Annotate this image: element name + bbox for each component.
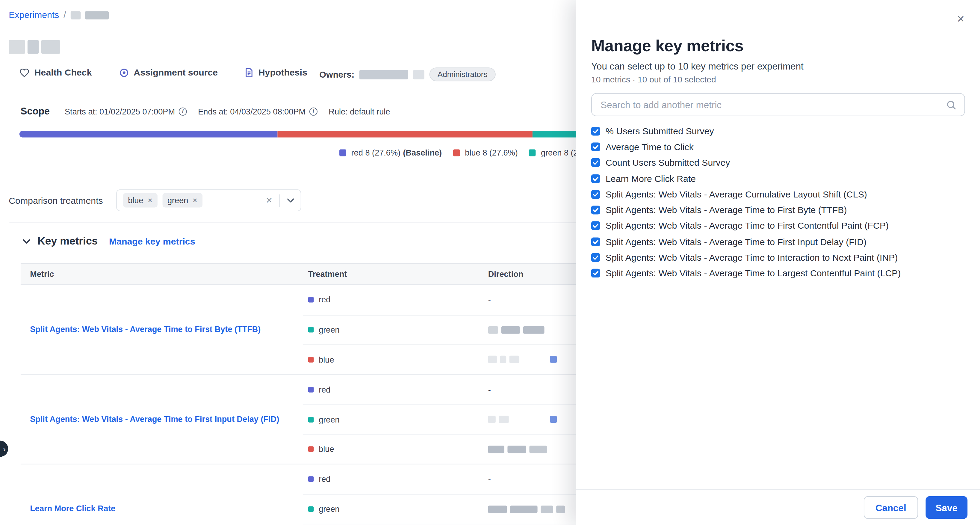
clear-selection-icon[interactable]: ×	[266, 195, 272, 206]
search-input[interactable]	[592, 94, 964, 116]
heart-icon	[19, 68, 29, 77]
scope-ends-text: Ends at: 04/03/2025 08:00PM	[198, 107, 305, 116]
redacted-owner-name	[413, 70, 425, 79]
tab-health-check[interactable]: Health Check	[19, 67, 92, 77]
tab-hypothesis[interactable]: Hypothesis	[245, 67, 307, 77]
metric-cell: Split Agents: Web Vitals - Average Time …	[21, 375, 303, 464]
checkbox-checked[interactable]	[591, 142, 600, 151]
metric-link[interactable]: Split Agents: Web Vitals - Average Time …	[30, 414, 279, 425]
treatment-cell: red	[303, 385, 483, 394]
close-icon[interactable]: ×	[957, 13, 964, 25]
metric-label: Split Agents: Web Vitals - Average Time …	[606, 205, 847, 215]
treatment-color-dot	[308, 357, 314, 362]
treatment-cell: green	[303, 504, 483, 514]
metric-label: % Users Submitted Survey	[606, 126, 714, 136]
treatment-cell: blue	[303, 355, 483, 364]
redacted-title-block	[27, 40, 39, 54]
redacted-direction-value	[488, 356, 497, 363]
tab-label: Health Check	[35, 67, 92, 77]
metric-label: Learn More Click Rate	[606, 174, 696, 184]
save-button[interactable]: Save	[926, 496, 967, 519]
manage-key-metrics-link[interactable]: Manage key metrics	[109, 236, 195, 246]
breadcrumb: Experiments /	[9, 10, 108, 20]
cancel-button[interactable]: Cancel	[864, 496, 918, 519]
column-header-metric: Metric	[21, 270, 303, 279]
administrators-chip: Administrators	[430, 67, 496, 81]
metric-label: Split Agents: Web Vitals - Average Time …	[606, 268, 901, 278]
checkbox-checked[interactable]	[591, 222, 600, 230]
metric-link[interactable]: Split Agents: Web Vitals - Average Time …	[30, 324, 261, 335]
scope-ends: Ends at: 04/03/2025 08:00PM i	[198, 107, 318, 116]
chip-label: green	[167, 196, 188, 205]
comparison-treatments-select[interactable]: blue × green × ×	[116, 189, 301, 211]
treatment-name: green	[319, 325, 339, 334]
breadcrumb-separator: /	[64, 10, 66, 20]
direction-value: -	[488, 295, 491, 305]
redacted-direction-value	[499, 416, 509, 423]
scope-row: Scope Starts at: 01/02/2025 07:00PM i En…	[21, 105, 390, 117]
checkbox-checked[interactable]	[591, 190, 600, 199]
metric-list-item: Split Agents: Web Vitals - Average Time …	[591, 218, 965, 234]
breadcrumb-experiments-link[interactable]: Experiments	[9, 10, 59, 20]
treatment-chip-blue: blue ×	[123, 193, 157, 207]
direction-marker	[550, 356, 557, 363]
checkbox-checked[interactable]	[591, 269, 600, 278]
redacted-page-title	[9, 40, 60, 54]
treatment-name: blue	[319, 355, 334, 364]
treatment-color-dot	[308, 297, 314, 303]
metric-label: Split Agents: Web Vitals - Average Time …	[606, 237, 867, 247]
collapse-chevron-icon[interactable]	[22, 239, 30, 244]
redacted-direction-value	[510, 506, 538, 513]
metric-link[interactable]: Learn More Click Rate	[30, 503, 115, 514]
checkbox-checked[interactable]	[591, 253, 600, 262]
owners-label: Owners:	[319, 70, 354, 80]
column-header-treatment: Treatment	[303, 270, 483, 279]
metric-checkbox-list: % Users Submitted Survey Average Time to…	[591, 123, 965, 281]
checkbox-checked[interactable]	[591, 206, 600, 214]
metric-list-item: Learn More Click Rate	[591, 171, 965, 187]
remove-chip-icon[interactable]: ×	[192, 196, 197, 204]
redacted-direction-value	[488, 326, 498, 334]
info-icon[interactable]: i	[179, 107, 187, 115]
treatment-name: red	[319, 295, 330, 305]
treatment-color-dot	[308, 447, 314, 452]
tab-assignment-source[interactable]: Assignment source	[119, 67, 218, 77]
remove-chip-icon[interactable]: ×	[148, 196, 153, 204]
treatment-cell: red	[303, 475, 483, 484]
treatment-cell: green	[303, 415, 483, 424]
redacted-owner-name	[360, 70, 408, 79]
redacted-direction-value	[488, 416, 496, 423]
metric-list-item: Split Agents: Web Vitals - Average Time …	[591, 265, 965, 281]
checkbox-checked[interactable]	[591, 127, 600, 136]
redacted-title-block	[41, 40, 60, 54]
checkbox-checked[interactable]	[591, 158, 600, 167]
drawer-subtitle: You can select up to 10 key metrics per …	[591, 61, 965, 71]
redacted-breadcrumb-item	[70, 11, 80, 19]
manage-key-metrics-drawer: × Manage key metrics You can select up t…	[576, 0, 980, 525]
scope-rule-text: Rule: default rule	[329, 107, 390, 116]
redacted-breadcrumb-item	[85, 11, 108, 19]
checkbox-checked[interactable]	[591, 237, 600, 246]
metric-label: Count Users Submitted Survey	[606, 158, 730, 168]
key-metrics-title: Key metrics	[22, 235, 98, 247]
metric-list-item: Split Agents: Web Vitals - Average Time …	[591, 234, 965, 250]
metric-list-item: Average Time to Click	[591, 139, 965, 155]
checkbox-checked[interactable]	[591, 174, 600, 183]
chevron-down-icon[interactable]	[286, 198, 294, 203]
scope-starts: Starts at: 01/02/2025 07:00PM i	[65, 107, 187, 116]
experiment-tabs: Health Check Assignment source Hypothesi…	[19, 67, 307, 77]
redacted-direction-value	[523, 326, 544, 334]
treatment-chip-green: green ×	[162, 193, 202, 207]
hypothesis-icon	[245, 68, 253, 77]
tab-label: Hypothesis	[258, 67, 307, 77]
treatment-color-dot	[308, 476, 314, 482]
legend-swatch	[529, 149, 536, 156]
allocation-segment	[277, 131, 533, 137]
drawer-title: Manage key metrics	[576, 0, 980, 56]
metric-cell: Split Agents: Web Vitals - Average Time …	[21, 285, 303, 374]
scope-title: Scope	[21, 105, 50, 117]
metric-search-box	[591, 93, 965, 116]
redacted-direction-value	[529, 445, 547, 453]
info-icon[interactable]: i	[309, 107, 318, 115]
chip-label: blue	[128, 196, 143, 205]
